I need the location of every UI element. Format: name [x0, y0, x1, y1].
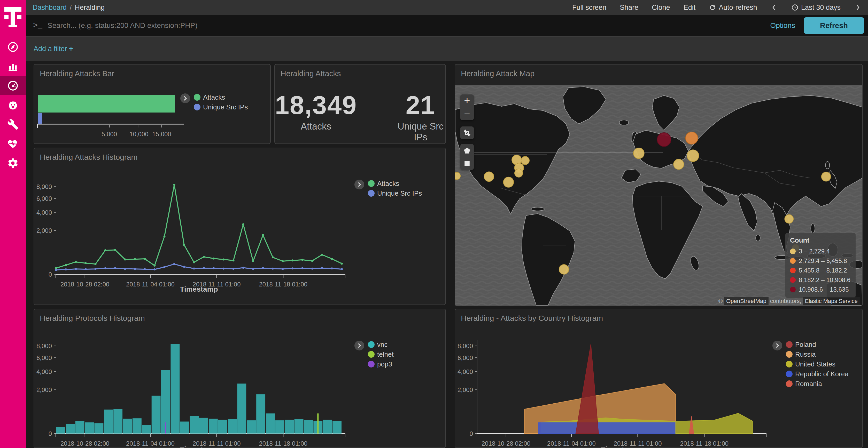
data-point[interactable]: [203, 267, 205, 269]
draw-rectangle-button[interactable]: [460, 157, 474, 170]
map-attack-bubble[interactable]: [674, 159, 684, 170]
data-point[interactable]: [301, 267, 303, 269]
legend-item[interactable]: vnc: [368, 340, 394, 349]
sidebar-item-dev-tools[interactable]: [0, 114, 26, 134]
map-fit-data-button[interactable]: [460, 127, 474, 139]
ems-attribution-link[interactable]: Elastic Maps Service: [803, 297, 860, 305]
bar-vnc[interactable]: [275, 420, 284, 434]
bar-vnc[interactable]: [56, 427, 65, 434]
bar-unique-src-ips[interactable]: [38, 113, 42, 124]
legend-item[interactable]: telnet: [368, 349, 394, 359]
data-point[interactable]: [85, 268, 87, 270]
legend-expand-button[interactable]: [354, 180, 364, 189]
bar-vnc[interactable]: [228, 419, 237, 434]
edit-button[interactable]: Edit: [684, 4, 696, 12]
map-attack-bubble[interactable]: [515, 169, 523, 177]
data-point[interactable]: [75, 268, 77, 270]
data-point[interactable]: [163, 235, 165, 237]
legend-item[interactable]: United States: [786, 359, 848, 369]
legend-item[interactable]: Poland: [786, 340, 848, 349]
bar-vnc[interactable]: [94, 423, 103, 434]
sidebar-item-discover[interactable]: [0, 37, 26, 57]
bar-vnc[interactable]: [199, 418, 208, 434]
data-point[interactable]: [124, 258, 126, 261]
data-point[interactable]: [301, 259, 303, 261]
bar-pop3[interactable]: [165, 422, 166, 434]
map-attack-bubble[interactable]: [503, 177, 514, 187]
map-attack-bubble[interactable]: [657, 133, 671, 146]
time-range-button[interactable]: Last 30 days: [791, 4, 841, 12]
share-button[interactable]: Share: [620, 4, 638, 12]
map-attack-bubble[interactable]: [559, 265, 569, 274]
bar-vnc[interactable]: [132, 418, 142, 434]
bar-vnc[interactable]: [104, 410, 113, 434]
data-point[interactable]: [134, 268, 136, 270]
map-zoom-out-button[interactable]: −: [460, 107, 474, 120]
data-point[interactable]: [85, 262, 87, 264]
map-attack-bubble[interactable]: [686, 132, 698, 144]
search-input[interactable]: [48, 22, 761, 30]
data-point[interactable]: [114, 249, 116, 251]
data-point[interactable]: [153, 268, 156, 271]
data-point[interactable]: [252, 268, 254, 270]
data-point[interactable]: [55, 267, 57, 269]
data-point[interactable]: [242, 223, 244, 225]
breadcrumb-dashboard[interactable]: Dashboard: [33, 4, 67, 12]
sidebar-item-visualize[interactable]: [0, 57, 26, 76]
map-zoom-in-button[interactable]: +: [460, 95, 474, 107]
auto-refresh-button[interactable]: Auto-refresh: [709, 4, 757, 12]
map-attack-bubble[interactable]: [484, 172, 494, 181]
sidebar-item-monitoring[interactable]: [0, 134, 26, 153]
legend-item[interactable]: Attacks: [194, 92, 248, 102]
bar-vnc[interactable]: [285, 420, 294, 434]
map-attack-bubble[interactable]: [822, 172, 831, 181]
bar-attacks[interactable]: [38, 95, 175, 112]
bar-vnc[interactable]: [218, 420, 227, 434]
legend-item[interactable]: Romania: [786, 379, 848, 389]
data-point[interactable]: [331, 267, 333, 269]
bar-vnc[interactable]: [75, 421, 85, 434]
data-point[interactable]: [311, 260, 313, 262]
data-point[interactable]: [65, 264, 67, 266]
data-point[interactable]: [193, 261, 195, 263]
data-point[interactable]: [272, 268, 274, 270]
data-point[interactable]: [163, 266, 165, 268]
map-attack-bubble[interactable]: [633, 148, 644, 159]
data-point[interactable]: [252, 260, 254, 262]
area-series-poland[interactable]: [576, 344, 598, 434]
data-point[interactable]: [282, 268, 284, 270]
data-point[interactable]: [95, 263, 97, 265]
data-point[interactable]: [95, 268, 97, 270]
bar-vnc[interactable]: [170, 344, 180, 434]
osm-attribution-link[interactable]: OpenStreetMap: [724, 297, 768, 305]
bar-vnc[interactable]: [266, 413, 275, 434]
data-point[interactable]: [262, 267, 264, 269]
line-series-attacks[interactable]: [56, 185, 342, 268]
time-back-button[interactable]: [771, 4, 778, 11]
data-point[interactable]: [104, 249, 106, 251]
fullscreen-button[interactable]: Full screen: [572, 4, 606, 12]
bar-vnc[interactable]: [247, 420, 256, 434]
refresh-button[interactable]: Refresh: [804, 17, 864, 34]
data-point[interactable]: [262, 234, 264, 236]
telekom-logo[interactable]: [0, 0, 26, 30]
bar-vnc[interactable]: [142, 425, 151, 434]
time-forward-button[interactable]: [854, 4, 861, 11]
area-series-republic-of-korea[interactable]: [538, 423, 675, 434]
data-point[interactable]: [282, 260, 284, 262]
legend-item[interactable]: Unique Src IPs: [368, 188, 422, 198]
data-point[interactable]: [232, 268, 234, 270]
bar-vnc[interactable]: [304, 420, 313, 434]
bar-vnc[interactable]: [152, 395, 161, 434]
legend-item[interactable]: Republic of Korea: [786, 369, 848, 379]
map-attack-bubble[interactable]: [784, 214, 793, 223]
sidebar-item-timelion[interactable]: [0, 95, 26, 114]
map-attack-bubble[interactable]: [455, 172, 460, 180]
bar-vnc[interactable]: [180, 421, 189, 434]
data-point[interactable]: [183, 244, 185, 246]
data-point[interactable]: [331, 258, 333, 260]
data-point[interactable]: [173, 263, 176, 265]
data-point[interactable]: [134, 258, 136, 260]
data-point[interactable]: [341, 268, 343, 270]
bar-telnet[interactable]: [317, 413, 318, 434]
